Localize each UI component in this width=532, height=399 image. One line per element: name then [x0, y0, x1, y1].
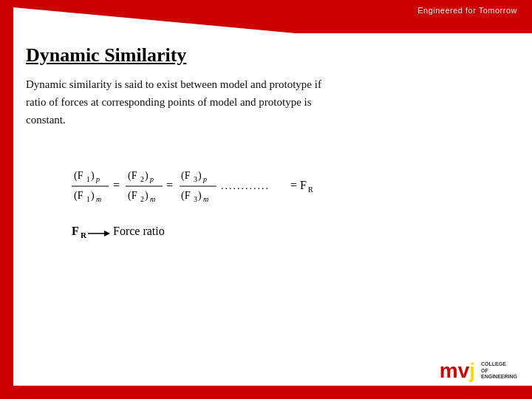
svg-text:m: m [150, 195, 155, 203]
svg-text:Force ratio: Force ratio [113, 225, 165, 237]
svg-text:1: 1 [86, 175, 90, 183]
svg-text:F: F [72, 225, 79, 237]
svg-text:m: m [96, 195, 101, 203]
logo-letter-m: m [440, 359, 458, 383]
slide-body-text: Dynamic similarity is said to exist betw… [26, 75, 499, 129]
slide-title: Dynamic Similarity [26, 44, 510, 66]
mvj-logo: m v j [440, 359, 475, 383]
svg-text:m: m [203, 195, 208, 203]
svg-text:=: = [166, 179, 173, 191]
logo-area: m v j COLLEGE OF ENGINEERING [440, 359, 517, 383]
body-line2: ratio of forces at corresponding points … [26, 96, 312, 108]
svg-marker-38 [104, 231, 110, 236]
svg-text:): ) [145, 190, 149, 202]
svg-text:R: R [81, 231, 87, 239]
svg-text:1: 1 [86, 195, 90, 203]
body-line1: Dynamic similarity is said to exist betw… [26, 78, 321, 90]
svg-text:p: p [149, 175, 154, 183]
svg-text:=: = [113, 179, 120, 191]
svg-text:): ) [91, 170, 95, 182]
svg-text:(F: (F [74, 170, 83, 182]
formula-equation: (F 1 ) p (F 1 ) m = (F 2 ) p (F 2 ) m = … [70, 158, 440, 217]
top-accent-area [0, 0, 532, 33]
logo-college-text: COLLEGE [481, 361, 517, 367]
formula-fr-label: F R Force ratio [70, 217, 292, 247]
svg-text:(F: (F [181, 190, 191, 202]
svg-text:): ) [145, 170, 149, 182]
logo-letter-j: j [469, 359, 475, 383]
body-line3: constant. [26, 114, 66, 126]
left-accent-bar [0, 0, 13, 399]
svg-text:3: 3 [194, 175, 197, 183]
svg-text:(F: (F [128, 190, 137, 202]
svg-text:(F: (F [128, 170, 137, 182]
svg-text:(F: (F [74, 190, 83, 202]
svg-text:p: p [95, 175, 100, 183]
formula-area: (F 1 ) p (F 1 ) m = (F 2 ) p (F 2 ) m = … [70, 158, 510, 247]
svg-text:3: 3 [194, 195, 197, 203]
svg-text:): ) [198, 190, 202, 202]
svg-text:............: ............ [221, 180, 270, 191]
svg-text:p: p [202, 175, 207, 183]
logo-of-text: OF [481, 368, 517, 374]
bottom-accent-bar [0, 386, 532, 399]
logo-text: COLLEGE OF ENGINEERING [481, 361, 517, 380]
svg-text:2: 2 [140, 175, 144, 183]
header-tagline: Engineered for Tomorrow [417, 6, 517, 15]
svg-text:): ) [91, 190, 95, 202]
svg-text:2: 2 [140, 195, 144, 203]
svg-text:): ) [198, 170, 202, 182]
svg-text:R: R [308, 185, 313, 194]
logo-engineering-text: ENGINEERING [481, 374, 517, 380]
svg-text:(F: (F [181, 170, 191, 182]
slide-content: Dynamic Similarity Dynamic similarity is… [26, 44, 510, 377]
svg-text:= F: = F [290, 179, 307, 191]
logo-letter-v: v [458, 359, 470, 383]
